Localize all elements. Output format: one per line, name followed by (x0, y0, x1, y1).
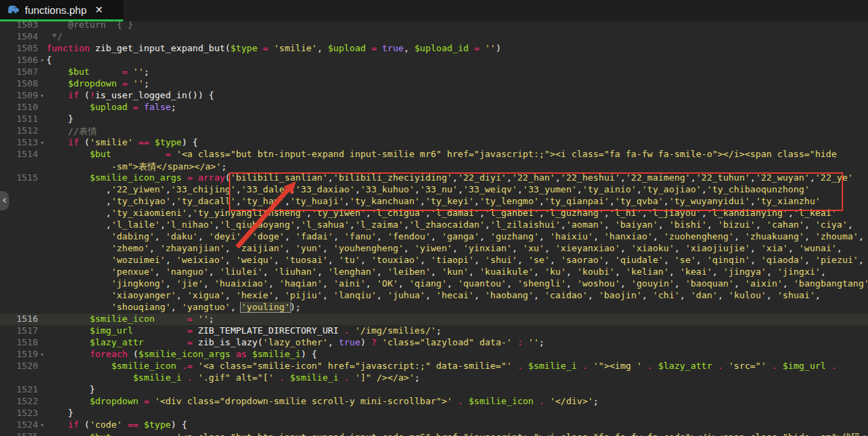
code-area[interactable]: 1503 @return { }1504 */1505function zib_… (0, 19, 868, 436)
line-number: 1523 (0, 408, 38, 419)
code-line: 1508 $dropdown = ''; (0, 78, 868, 90)
fold-spacer (38, 113, 46, 125)
line-number (0, 302, 38, 314)
code-text: $smilie_icon = ''; (46, 314, 868, 325)
fold-spacer (38, 66, 46, 78)
fold-marker-icon[interactable]: ▾ (38, 349, 46, 361)
code-text: ,'l_laile','l_nihao','l_qiubaoyang','l_s… (46, 219, 868, 231)
code-line: 1506▾{ (0, 55, 868, 66)
code-line: 'dabing', 'daku', 'deyi', 'doge', 'fadai… (0, 231, 868, 243)
fold-spacer (38, 337, 46, 349)
code-text: $img_url = ZIB_TEMPLATE_DIRECTORY_URI . … (46, 325, 868, 337)
panel-collapse-handle[interactable]: ‹ (0, 191, 9, 210)
code-text: foreach ($smilie_icon_args as $smilie_i)… (46, 349, 868, 361)
code-line: 1505function zib_get_input_expand_but($t… (0, 43, 868, 55)
code-text: } (46, 113, 868, 125)
line-number (0, 372, 38, 384)
code-line: 1516 $smilie_icon = ''; (0, 314, 868, 325)
code-text: $smilie_icon .= '<a class="smilie-icon" … (46, 361, 868, 372)
code-text: } (46, 408, 868, 419)
code-line: 1521 } (0, 384, 868, 396)
line-number: 1507 (0, 66, 38, 78)
fold-spacer (38, 31, 46, 43)
fold-spacer (38, 431, 46, 436)
code-line: 1511 } (0, 113, 868, 125)
fold-spacer (38, 172, 46, 184)
fold-spacer (38, 196, 46, 208)
code-line: 1509▾ if (!is_user_logged_in()) { (0, 90, 868, 102)
code-text: $but = ''; (46, 66, 868, 78)
line-number: 1504 (0, 31, 38, 43)
code-line: 'jingkong', 'jie', 'huaixiao', 'haqian',… (0, 278, 868, 290)
fold-spacer (38, 231, 46, 243)
code-line: 1514 $but = '<a class="but btn-input-exp… (0, 149, 868, 161)
fold-spacer (38, 149, 46, 161)
fold-spacer (38, 219, 46, 231)
fold-spacer (38, 161, 46, 172)
tab-title: functions.php (25, 4, 86, 16)
fold-marker-icon[interactable]: ▾ (38, 137, 46, 149)
code-line: 1510 $upload = false; (0, 102, 868, 113)
code-line: ,'ty_xiaomieni','ty_yinyangliansheng','t… (0, 208, 868, 219)
code-text: //表情 (46, 125, 868, 137)
line-number: 1517 (0, 325, 38, 337)
fold-spacer (38, 278, 46, 290)
line-number: 1505 (0, 43, 38, 55)
code-line: 1504 */ (0, 31, 868, 43)
tab-bar: functions.php ✕ (0, 0, 868, 21)
line-number: 1506 (0, 55, 38, 66)
line-number: 1521 (0, 384, 38, 396)
line-number: 1518 (0, 337, 38, 349)
fold-marker-icon[interactable]: ▾ (38, 55, 46, 66)
fold-spacer (38, 290, 46, 302)
code-text: 'dabing', 'daku', 'deyi', 'doge', 'fadai… (46, 231, 868, 243)
code-line: 1507 $but = ''; (0, 66, 868, 78)
line-number: 1508 (0, 78, 38, 90)
line-number (0, 278, 38, 290)
code-text: if ('smilie' == $type) { (46, 137, 868, 149)
code-line: 1513▾ if ('smilie' == $type) { (0, 137, 868, 149)
line-number (0, 255, 38, 266)
fold-spacer (38, 266, 46, 278)
line-number: 1516 (0, 314, 38, 325)
fold-spacer (38, 384, 46, 396)
tab-functions-php[interactable]: functions.php ✕ (0, 0, 123, 19)
fold-spacer (38, 243, 46, 255)
fold-spacer (38, 302, 46, 314)
code-line: 1518 $lazy_attr = zib_is_lazy('lazy_othe… (0, 337, 868, 349)
code-line: 'penxue', 'nanguo', 'liulei', 'liuhan', … (0, 266, 868, 278)
fold-marker-icon[interactable]: ▾ (38, 90, 46, 102)
code-text: $dropdown = ''; (46, 78, 868, 90)
code-line: 1520 $smilie_icon .= '<a class="smilie-i… (0, 361, 868, 372)
code-text: ,'22_yiwen','33_chijing','33_dale','33_d… (46, 184, 868, 196)
code-line: 1522 $dropdown = '<div class="dropdown-s… (0, 396, 868, 408)
code-line: ,'l_laile','l_nihao','l_qiubaoyang','l_s… (0, 219, 868, 231)
fold-spacer (38, 408, 46, 419)
code-line: 'shouqiang', 'yangtuo', 'youling'); (0, 302, 868, 314)
code-text: $smilie_icon_args = array('bilibili_sanl… (46, 172, 868, 184)
fold-spacer (38, 396, 46, 408)
code-line: 'wozuimei', 'weixiao', 'weiqu', 'tuosai'… (0, 255, 868, 266)
code-line: ,'22_yiwen','33_chijing','33_dale','33_d… (0, 184, 868, 196)
fold-spacer (38, 361, 46, 372)
line-number: 1513 (0, 137, 38, 149)
fold-spacer (38, 78, 46, 90)
active-tab-underline (0, 19, 123, 21)
line-number (0, 290, 38, 302)
line-number: 1522 (0, 396, 38, 408)
code-text: */ (46, 31, 868, 43)
code-text: 'jingkong', 'jie', 'huaixiao', 'haqian',… (46, 278, 868, 290)
code-text: if (!is_user_logged_in()) { (46, 90, 868, 102)
fold-marker-icon[interactable]: ▾ (38, 419, 46, 431)
fold-spacer (38, 184, 46, 196)
line-number (0, 243, 38, 255)
close-icon[interactable]: ✕ (95, 4, 103, 15)
line-number: 1509 (0, 90, 38, 102)
line-number: 1519 (0, 349, 38, 361)
code-line: 1517 $img_url = ZIB_TEMPLATE_DIRECTORY_U… (0, 325, 868, 337)
code-text: } (46, 384, 868, 396)
code-text: 'xiaoyanger', 'xigua', 'hexie', 'pijiu',… (46, 290, 868, 302)
code-text: 'wozuimei', 'weixiao', 'weiqu', 'tuosai'… (46, 255, 868, 266)
fold-spacer (38, 125, 46, 137)
code-text: { (46, 55, 868, 66)
